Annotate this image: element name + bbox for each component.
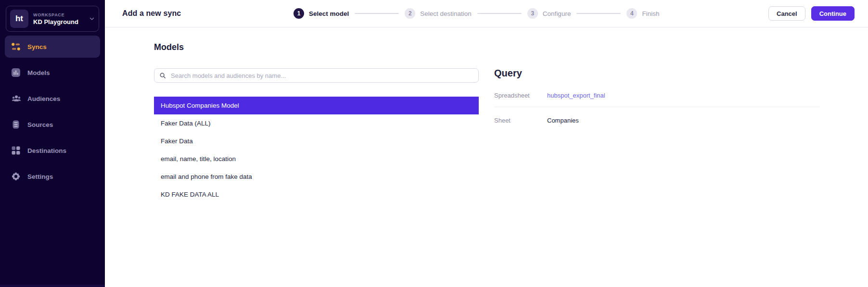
sidebar-item-label: Audiences [27,95,60,102]
query-title: Query [494,68,820,79]
workspace-text: WORKSPACE KD Playground [33,12,84,25]
search-input[interactable] [154,68,479,83]
search-wrap [154,68,479,83]
sidebar-item-label: Settings [27,173,53,180]
query-row-sheet: Sheet Companies [494,107,820,124]
model-row-selected[interactable]: Hubspot Companies Model [154,97,479,114]
step-configure: 3 Configure [527,8,571,19]
workspace-name: KD Playground [33,18,84,25]
step-label: Configure [543,10,571,17]
sheet-label: Sheet [494,117,547,124]
sidebar-bottom-strip [0,285,105,287]
step-label: Finish [642,10,659,17]
step-circle: 2 [405,8,415,19]
settings-icon [11,172,21,181]
destinations-icon [11,146,21,155]
continue-button[interactable]: Continue [811,6,855,21]
step-connector [576,13,621,14]
query-row-spreadsheet: Spreadsheet hubspot_export_final [494,92,820,107]
page-title: Add a new sync [122,9,181,18]
sidebar-item-destinations[interactable]: Destinations [5,139,100,162]
sidebar-item-label: Models [27,69,50,76]
step-circle: 4 [626,8,637,19]
sidebar-item-sources[interactable]: Sources [5,113,100,136]
sidebar-item-audiences[interactable]: Audiences [5,87,100,110]
query-panel: Query Spreadsheet hubspot_export_final S… [494,42,820,287]
sidebar-item-models[interactable]: Models [5,62,100,84]
step-label: Select destination [420,10,472,17]
model-row[interactable]: email and phone from fake data [154,168,479,186]
sidebar-item-settings[interactable]: Settings [5,165,100,187]
sheet-value: Companies [547,117,579,124]
query-rows: Spreadsheet hubspot_export_final Sheet C… [494,92,820,124]
model-list: Hubspot Companies Model Faker Data (ALL)… [154,97,479,203]
step-label: Select model [309,10,349,17]
workspace-logo: ht [10,10,28,28]
sidebar-item-syncs[interactable]: Syncs [5,36,100,58]
spreadsheet-label: Spreadsheet [494,92,547,99]
models-icon [11,68,21,77]
workspace-label: WORKSPACE [33,12,84,17]
spreadsheet-link[interactable]: hubspot_export_final [547,92,605,99]
step-select-destination: 2 Select destination [405,8,472,19]
sidebar-item-label: Syncs [27,43,47,50]
header-actions: Cancel Continue [768,6,855,21]
step-connector [477,13,522,14]
models-title: Models [154,42,479,52]
main-content: Models Hubspot Companies Model Faker Dat… [105,27,868,287]
model-row[interactable]: Faker Data (ALL) [154,114,479,132]
audiences-icon [11,94,21,103]
step-connector [355,13,399,14]
step-circle: 1 [294,8,304,19]
cancel-button[interactable]: Cancel [768,6,805,21]
model-row[interactable]: email, name, title, location [154,150,479,168]
header: Add a new sync 1 Select model 2 Select d… [105,0,868,27]
sidebar-nav: Syncs Models [0,36,105,187]
sources-icon [11,120,21,129]
sidebar-item-label: Destinations [27,147,66,154]
sidebar-item-label: Sources [27,121,53,128]
chevron-down-icon [89,16,95,22]
stepper: 1 Select model 2 Select destination 3 Co… [294,0,659,27]
step-finish: 4 Finish [626,8,659,19]
step-circle: 3 [527,8,538,19]
workspace-switcher[interactable]: ht WORKSPACE KD Playground [6,6,99,32]
syncs-icon [11,42,21,51]
models-panel: Models Hubspot Companies Model Faker Dat… [154,42,479,287]
step-select-model: 1 Select model [294,8,349,19]
search-icon [159,72,166,79]
model-row[interactable]: KD FAKE DATA ALL [154,186,479,203]
model-row[interactable]: Faker Data [154,132,479,150]
sidebar: ht WORKSPACE KD Playground Syncs [0,0,105,287]
